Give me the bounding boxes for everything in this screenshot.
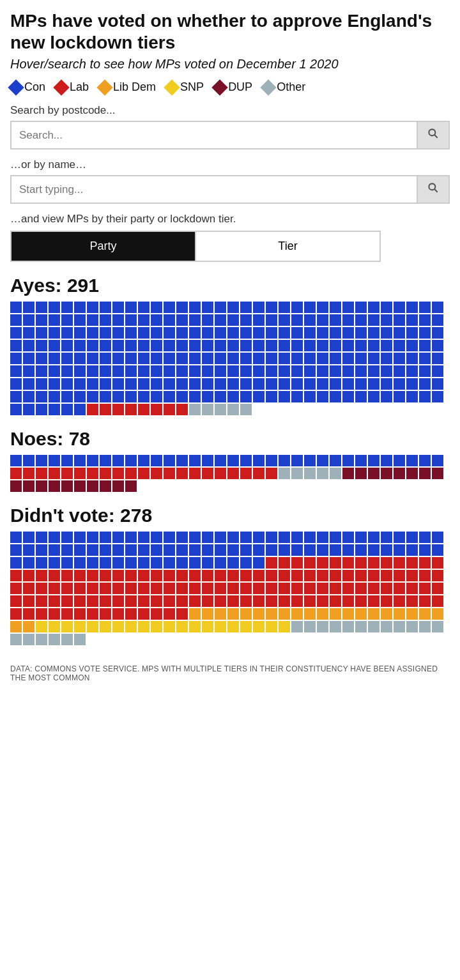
grid-cell: [432, 532, 443, 543]
grid-cell: [266, 557, 277, 569]
grid-cell: [419, 378, 431, 390]
grid-cell: [227, 404, 239, 415]
grid-cell: [406, 391, 418, 402]
grid-cell: [49, 583, 60, 594]
grid-cell: [10, 634, 22, 645]
grid-cell: [279, 302, 290, 313]
grid-cell: [100, 391, 111, 402]
grid-cell: [381, 455, 392, 466]
grid-cell: [87, 404, 98, 415]
grid-cell: [240, 544, 252, 556]
grid-cell: [49, 353, 60, 364]
other-icon: [260, 79, 276, 95]
grid-cell: [176, 353, 188, 364]
grid-cell: [432, 595, 443, 607]
postcode-search-button[interactable]: [418, 121, 450, 149]
tier-toggle-button[interactable]: Tier: [196, 232, 379, 261]
grid-cell: [176, 365, 188, 377]
grid-cell: [36, 302, 47, 313]
grid-cell: [394, 353, 405, 364]
grid-cell: [49, 595, 60, 607]
grid-cell: [87, 532, 98, 543]
grid-cell: [342, 468, 354, 479]
grid-cell: [406, 532, 418, 543]
grid-cell: [164, 378, 175, 390]
grid-cell: [61, 353, 73, 364]
grid-cell: [381, 583, 392, 594]
grid-cell: [342, 570, 354, 581]
grid-cell: [151, 391, 162, 402]
grid-cell: [317, 608, 328, 620]
grid-cell: [138, 340, 150, 351]
party-toggle-button[interactable]: Party: [12, 232, 195, 261]
grid-cell: [138, 621, 150, 632]
name-search-input[interactable]: [10, 175, 418, 204]
grid-cell: [176, 327, 188, 339]
grid-cell: [394, 327, 405, 339]
grid-cell: [189, 557, 201, 569]
grid-cell: [164, 391, 175, 402]
grid-cell: [164, 557, 175, 569]
grid-cell: [304, 468, 316, 479]
grid-cell: [342, 314, 354, 326]
grid-cell: [432, 608, 443, 620]
grid-cell: [279, 544, 290, 556]
grid-cell: [266, 340, 277, 351]
con-icon: [8, 79, 24, 95]
grid-cell: [36, 544, 47, 556]
grid-cell: [432, 391, 443, 402]
grid-cell: [10, 302, 22, 313]
grid-cell: [125, 608, 137, 620]
grid-cell: [100, 544, 111, 556]
grid-cell: [355, 340, 367, 351]
grid-cell: [164, 353, 175, 364]
grid-cell: [87, 468, 98, 479]
grid-cell: [406, 557, 418, 569]
grid-cell: [202, 353, 213, 364]
libdem-label: Lib Dem: [113, 80, 156, 94]
other-label: Other: [277, 80, 305, 94]
grid-cell: [100, 340, 111, 351]
grid-cell: [355, 557, 367, 569]
postcode-search-input[interactable]: [10, 121, 418, 149]
grid-cell: [189, 314, 201, 326]
grid-cell: [291, 378, 303, 390]
grid-cell: [342, 621, 354, 632]
grid-cell: [49, 608, 60, 620]
grid-cell: [317, 378, 328, 390]
grid-cell: [355, 378, 367, 390]
grid-cell: [279, 314, 290, 326]
grid-cell: [138, 557, 150, 569]
legend-item-other: Other: [263, 80, 305, 94]
grid-cell: [112, 621, 124, 632]
grid-cell: [202, 621, 213, 632]
grid-cell: [291, 365, 303, 377]
postcode-search-row: [10, 121, 450, 149]
grid-cell: [23, 634, 34, 645]
grid-cell: [112, 480, 124, 492]
grid-cell: [61, 634, 73, 645]
grid-cell: [432, 327, 443, 339]
grid-cell: [74, 480, 86, 492]
name-search-button[interactable]: [418, 175, 450, 204]
legend-item-snp: SNP: [166, 80, 204, 94]
postcode-search-label: Search by postcode...: [10, 104, 450, 117]
grid-cell: [215, 314, 226, 326]
grid-cell: [74, 595, 86, 607]
grid-cell: [202, 391, 213, 402]
grid-cell: [368, 378, 379, 390]
grid-cell: [342, 378, 354, 390]
grid-cell: [215, 570, 226, 581]
grid-cell: [176, 404, 188, 415]
grid-cell: [189, 544, 201, 556]
grid-cell: [355, 327, 367, 339]
grid-cell: [266, 378, 277, 390]
grid-cell: [227, 353, 239, 364]
grid-cell: [317, 327, 328, 339]
grid-cell: [240, 557, 252, 569]
grid-cell: [368, 532, 379, 543]
grid-cell: [36, 557, 47, 569]
grid-cell: [406, 544, 418, 556]
grid-cell: [138, 378, 150, 390]
grid-cell: [240, 391, 252, 402]
